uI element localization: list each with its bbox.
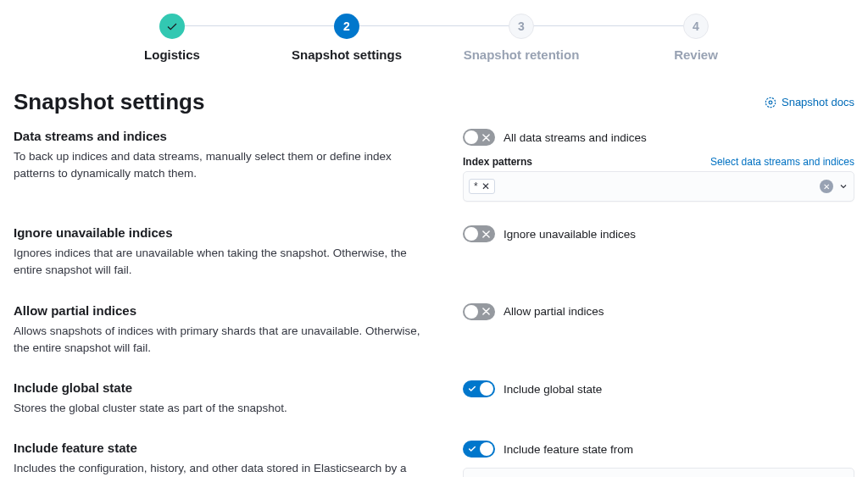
step-snapshot-retention[interactable]: 3 Snapshot retention [434,14,609,62]
toggle-include-global-state[interactable] [463,380,495,397]
step-label: Review [674,47,718,62]
index-patterns-combobox[interactable]: * ✕ ✕ [463,171,854,202]
section-desc: Allows snapshots of indices with primary… [14,323,429,358]
wizard-stepper: Logistics 2 Snapshot settings 3 Snapshot… [0,0,868,62]
section-desc: To back up indices and data streams, man… [14,148,429,183]
cross-icon [482,230,490,238]
step-number: 4 [683,14,709,39]
page-title: Snapshot settings [14,89,204,115]
step-number: 3 [509,14,534,39]
cross-icon [482,134,490,141]
index-patterns-label: Index patterns [463,156,532,168]
step-review[interactable]: 4 Review [609,14,783,62]
toggle-label: Allow partial indices [504,305,604,318]
step-label: Snapshot settings [292,47,402,62]
section-title-partial: Allow partial indices [14,303,429,318]
check-icon [468,385,476,393]
remove-pattern-icon[interactable]: ✕ [481,180,490,192]
check-icon [468,445,476,453]
select-data-streams-link[interactable]: Select data streams and indices [710,156,854,168]
section-title-ignore: Ignore unavailable indices [14,225,429,240]
step-number: 2 [334,14,359,39]
check-icon [166,20,178,32]
step-label: Logistics [144,47,200,62]
section-desc: Ignores indices that are unavailable whe… [14,245,429,280]
section-title-data-streams: Data streams and indices [14,129,429,143]
cross-icon [482,308,490,315]
toggle-label: Include global state [504,383,602,396]
toggle-label: All data streams and indices [504,131,647,144]
toggle-include-feature-state[interactable] [463,441,495,458]
clear-all-icon[interactable]: ✕ [820,180,833,193]
toggle-ignore-unavailable[interactable] [463,225,495,242]
step-logistics[interactable]: Logistics [85,14,259,62]
toggle-allow-partial[interactable] [463,303,495,320]
section-title-feature: Include feature state [14,441,429,455]
section-desc: Stores the global cluster state as part … [14,400,429,417]
svg-point-1 [769,101,772,104]
feature-state-select[interactable]: All features [463,468,854,477]
toggle-label: Include feature state from [504,443,633,456]
pattern-value: * [474,180,478,192]
toggle-all-data-streams[interactable] [463,129,495,146]
svg-point-0 [765,97,775,107]
pattern-pill: * ✕ [469,179,495,194]
help-icon [765,97,776,108]
step-snapshot-settings[interactable]: 2 Snapshot settings [259,14,434,62]
step-label: Snapshot retention [464,47,580,62]
chevron-down-icon[interactable] [838,181,849,191]
snapshot-docs-link[interactable]: Snapshot docs [765,96,854,108]
section-desc: Includes the configuration, history, and… [14,460,429,477]
docs-link-label: Snapshot docs [782,96,854,108]
section-title-global: Include global state [14,380,429,395]
toggle-label: Ignore unavailable indices [504,228,636,241]
